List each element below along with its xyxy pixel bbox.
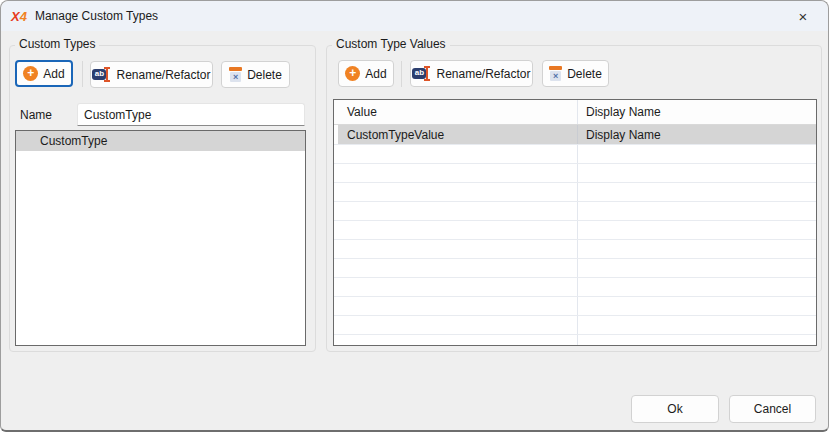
cell-value[interactable]	[338, 278, 578, 296]
cell-value[interactable]	[338, 240, 578, 258]
cell-display-name[interactable]	[578, 183, 816, 201]
cell-display-name[interactable]	[578, 278, 816, 296]
column-header-display-name[interactable]: Display Name	[578, 100, 816, 124]
trash-icon: ×	[549, 66, 562, 81]
cell-value[interactable]	[338, 316, 578, 334]
name-label: Name	[20, 108, 52, 122]
add-icon: +	[23, 66, 38, 81]
rename-cursor-icon: ab	[412, 66, 431, 81]
close-button[interactable]: ×	[782, 1, 824, 31]
values-add-label: Add	[365, 67, 386, 81]
table-row-empty[interactable]	[334, 183, 816, 202]
table-row-selected[interactable]: CustomTypeValue Display Name	[334, 125, 816, 145]
cell-value[interactable]	[338, 202, 578, 220]
cell-display-name[interactable]	[578, 240, 816, 258]
cancel-label: Cancel	[754, 402, 791, 416]
cell-value[interactable]	[338, 297, 578, 315]
cell-display-name[interactable]	[578, 335, 816, 346]
list-item-customtype[interactable]: CustomType	[16, 131, 305, 151]
types-rename-label: Rename/Refactor	[116, 68, 210, 82]
trash-icon: ×	[229, 67, 242, 82]
custom-types-group-label: Custom Types	[15, 37, 99, 51]
custom-type-values-group: Custom Type Values + Add ab Rename/Refac…	[326, 45, 822, 352]
ok-button[interactable]: Ok	[631, 395, 719, 423]
table-row-empty[interactable]	[334, 145, 816, 164]
types-delete-button[interactable]: × Delete	[221, 61, 290, 88]
values-table[interactable]: Value Display Name CustomTypeValue Displ…	[333, 99, 817, 346]
cell-display-name[interactable]	[578, 297, 816, 315]
table-row-empty[interactable]	[334, 316, 816, 335]
custom-types-list[interactable]: CustomType	[15, 130, 306, 346]
cell-display-name[interactable]: Display Name	[578, 125, 816, 144]
toolbar-separator	[401, 61, 402, 87]
column-header-value[interactable]: Value	[338, 100, 578, 124]
manage-custom-types-dialog: X4 Manage Custom Types × Custom Types + …	[0, 0, 829, 432]
custom-type-values-group-label: Custom Type Values	[332, 37, 450, 51]
close-icon: ×	[799, 8, 808, 25]
custom-types-group: Custom Types + Add ab Rename/Refactor × …	[9, 45, 316, 352]
table-row-empty[interactable]	[334, 297, 816, 316]
cell-value[interactable]	[338, 183, 578, 201]
title-bar: X4 Manage Custom Types ×	[1, 1, 828, 31]
cell-value[interactable]	[338, 221, 578, 239]
cell-value[interactable]	[338, 164, 578, 182]
table-row-empty[interactable]	[334, 278, 816, 297]
values-table-body	[334, 145, 816, 346]
cell-display-name[interactable]	[578, 316, 816, 334]
table-row-empty[interactable]	[334, 335, 816, 346]
values-delete-label: Delete	[567, 67, 602, 81]
types-add-label: Add	[43, 67, 64, 81]
cell-display-name[interactable]	[578, 202, 816, 220]
table-row-empty[interactable]	[334, 164, 816, 183]
values-add-button[interactable]: + Add	[338, 60, 394, 87]
cancel-button[interactable]: Cancel	[729, 395, 816, 423]
cell-display-name[interactable]	[578, 221, 816, 239]
table-row-empty[interactable]	[334, 221, 816, 240]
list-item-label: CustomType	[40, 134, 107, 148]
cell-value[interactable]	[338, 335, 578, 346]
cell-value[interactable]	[338, 259, 578, 277]
cell-display-name[interactable]	[578, 145, 816, 163]
table-row-empty[interactable]	[334, 202, 816, 221]
app-logo-icon: X4	[11, 9, 27, 24]
window-title: Manage Custom Types	[35, 9, 158, 23]
add-icon: +	[345, 66, 360, 81]
table-row-empty[interactable]	[334, 240, 816, 259]
ok-label: Ok	[667, 402, 682, 416]
types-delete-label: Delete	[247, 68, 282, 82]
table-header-row: Value Display Name	[334, 100, 816, 125]
cell-value[interactable]: CustomTypeValue	[338, 125, 578, 144]
cell-value[interactable]	[338, 145, 578, 163]
toolbar-separator	[82, 61, 83, 87]
types-rename-button[interactable]: ab Rename/Refactor	[90, 61, 213, 88]
values-delete-button[interactable]: × Delete	[542, 60, 609, 87]
types-add-button[interactable]: + Add	[15, 60, 73, 87]
values-rename-label: Rename/Refactor	[436, 67, 530, 81]
cell-display-name[interactable]	[578, 259, 816, 277]
cell-display-name[interactable]	[578, 164, 816, 182]
values-rename-button[interactable]: ab Rename/Refactor	[410, 60, 533, 87]
rename-cursor-icon: ab	[92, 67, 111, 82]
table-row-empty[interactable]	[334, 259, 816, 278]
name-input[interactable]	[77, 103, 305, 126]
